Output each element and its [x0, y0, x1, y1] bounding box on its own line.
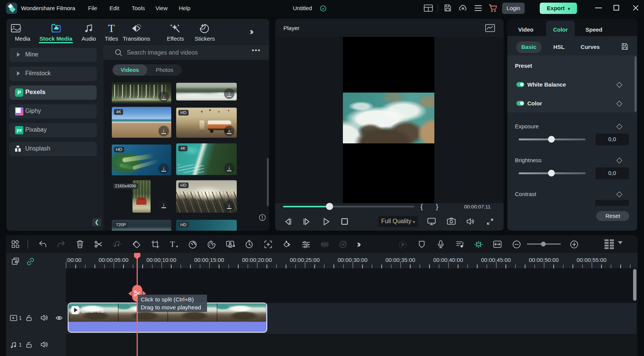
svg-text:T: T [170, 240, 175, 248]
